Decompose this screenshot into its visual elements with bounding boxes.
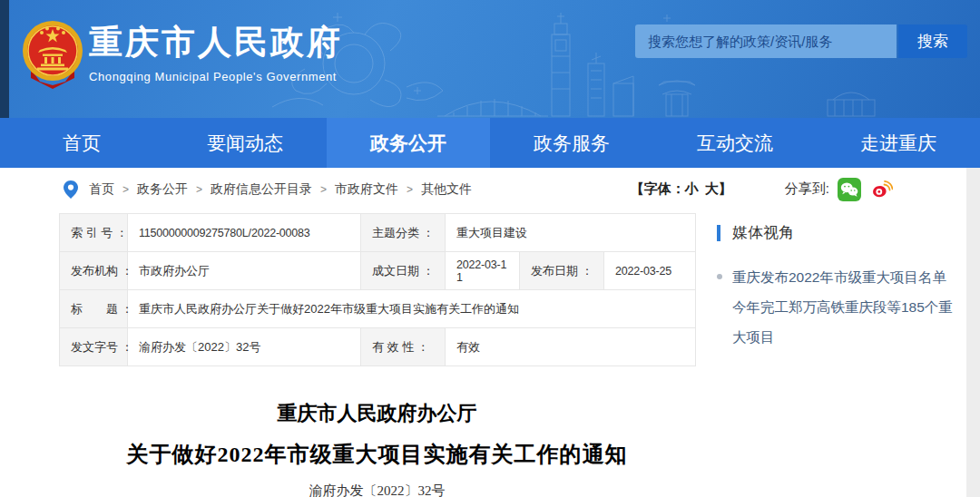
sidebar-title: 媒体视角 xyxy=(732,222,794,243)
wechat-icon[interactable] xyxy=(838,178,861,201)
table-row: 发布机构 ： 市政府办公厅 成文日期 ： 2022-03-11 发布日期 ： 2… xyxy=(60,252,696,290)
doc-title-label: 标 题 ： xyxy=(60,290,128,328)
issuing-agency-value: 市政府办公厅 xyxy=(128,252,361,290)
search-box: 搜索 xyxy=(635,24,967,58)
share-label: 分享到: xyxy=(785,180,829,198)
index-number-label: 索 引 号 ： xyxy=(60,214,128,252)
national-emblem-icon xyxy=(20,20,85,96)
doc-number-value: 渝府办发〔2022〕32号 xyxy=(128,328,361,366)
breadcrumb-separator: > xyxy=(320,183,327,196)
breadcrumb-separator: > xyxy=(122,183,129,196)
main-nav: 首页 要闻动态 政务公开 政务服务 互动交流 走进重庆 xyxy=(0,118,980,168)
nav-tab-gov-services[interactable]: 政务服务 xyxy=(490,118,653,168)
bullet-icon xyxy=(717,274,722,279)
topic-category-label: 主题分类 ： xyxy=(361,214,446,252)
media-headline-link[interactable]: 重庆发布2022年市级重大项目名单 今年完工郑万高铁重庆段等185个重大项目 xyxy=(732,262,957,352)
site-title: 重庆市人民政府 xyxy=(89,24,343,62)
breadcrumb-item-gov-open[interactable]: 政务公开 xyxy=(137,181,188,198)
share-group: 分享到: xyxy=(785,178,893,201)
doc-title-value: 重庆市人民政府办公厅关于做好2022年市级重大项目实施有关工作的通知 xyxy=(128,290,696,328)
header-left-strip xyxy=(0,0,9,118)
site-header: 重庆市人民政府 Chongqing Municipal People's Gov… xyxy=(0,0,980,118)
font-size-control: 【字体：小大】 xyxy=(631,180,732,198)
validity-value: 有效 xyxy=(446,328,696,366)
site-subtitle: Chongqing Municipal People's Government xyxy=(89,70,343,83)
document-head: 重庆市人民政府办公厅 关于做好2022年市级重大项目实施有关工作的通知 渝府办发… xyxy=(59,400,695,497)
breadcrumb: 首页 > 政务公开 > 政府信息公开目录 > 市政府文件 > 其他文件 xyxy=(64,180,631,199)
location-pin-icon xyxy=(64,180,78,199)
sidebar-accent-bar xyxy=(717,225,720,241)
nav-tab-home[interactable]: 首页 xyxy=(0,118,163,168)
breadcrumb-item-other-docs[interactable]: 其他文件 xyxy=(421,181,472,198)
table-row: 发文字号 ： 渝府办发〔2022〕32号 有 效 性 ： 有效 xyxy=(60,328,696,366)
publish-date-label: 发布日期 ： xyxy=(520,252,604,290)
nav-tab-interaction[interactable]: 互动交流 xyxy=(653,118,817,168)
table-row: 标 题 ： 重庆市人民政府办公厅关于做好2022年市级重大项目实施有关工作的通知 xyxy=(60,290,696,328)
document-title-line2: 关于做好2022年市级重大项目实施有关工作的通知 xyxy=(59,440,695,469)
nav-tab-about-chongqing[interactable]: 走进重庆 xyxy=(817,118,980,168)
publish-date-value: 2022-03-25 xyxy=(604,252,696,290)
font-size-suffix: 】 xyxy=(719,180,732,196)
nav-tab-news[interactable]: 要闻动态 xyxy=(163,118,327,168)
document-number: 渝府办发〔2022〕32号 xyxy=(59,482,695,497)
weibo-icon[interactable] xyxy=(869,178,893,201)
font-size-small-button[interactable]: 小 xyxy=(685,180,699,196)
search-input[interactable] xyxy=(635,24,897,58)
doc-number-label: 发文字号 ： xyxy=(60,328,128,366)
list-item: 重庆发布2022年市级重大项目名单 今年完工郑万高铁重庆段等185个重大项目 xyxy=(717,262,960,352)
page: 重庆市人民政府 Chongqing Municipal People's Gov… xyxy=(0,0,980,497)
font-size-large-button[interactable]: 大 xyxy=(705,180,719,196)
toolbar-row: 首页 > 政务公开 > 政府信息公开目录 > 市政府文件 > 其他文件 【字体：… xyxy=(0,168,980,210)
written-date-value: 2022-03-11 xyxy=(446,252,520,290)
breadcrumb-item-info-catalog[interactable]: 政府信息公开目录 xyxy=(211,181,312,198)
document-meta-table: 索 引 号 ： 11500000009275780L/2022-00083 主题… xyxy=(59,213,696,366)
font-size-prefix: 【字体： xyxy=(631,180,685,196)
site-branding: 重庆市人民政府 Chongqing Municipal People's Gov… xyxy=(89,24,343,83)
breadcrumb-item-home[interactable]: 首页 xyxy=(89,181,114,198)
breadcrumb-separator: > xyxy=(196,183,202,196)
topic-category-value: 重大项目建设 xyxy=(446,214,696,252)
index-number-value: 11500000009275780L/2022-00083 xyxy=(128,214,361,252)
issuing-agency-label: 发布机构 ： xyxy=(60,252,128,290)
breadcrumb-item-city-gov-docs[interactable]: 市政府文件 xyxy=(335,181,398,198)
sidebar-header: 媒体视角 xyxy=(717,222,960,243)
breadcrumb-separator: > xyxy=(407,183,413,196)
document-title-line1: 重庆市人民政府办公厅 xyxy=(59,400,695,427)
right-gutter xyxy=(966,168,980,497)
search-button[interactable]: 搜索 xyxy=(898,24,967,58)
nav-tab-gov-affairs-open[interactable]: 政务公开 xyxy=(327,118,490,168)
media-perspective-sidebar: 媒体视角 重庆发布2022年市级重大项目名单 今年完工郑万高铁重庆段等185个重… xyxy=(717,222,960,352)
written-date-label: 成文日期 ： xyxy=(361,252,446,290)
table-row: 索 引 号 ： 11500000009275780L/2022-00083 主题… xyxy=(60,214,696,252)
validity-label: 有 效 性 ： xyxy=(361,328,446,366)
